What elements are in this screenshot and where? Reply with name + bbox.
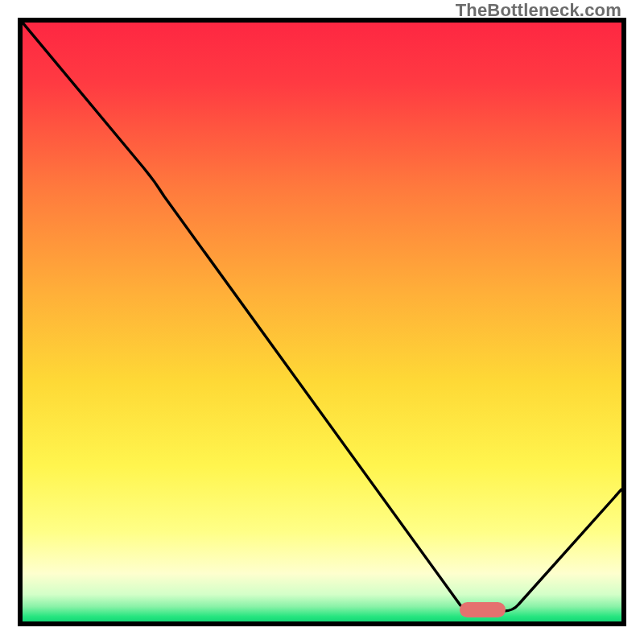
chart-frame xyxy=(18,18,626,626)
optimal-region-marker xyxy=(460,602,506,617)
gradient-background xyxy=(23,23,621,621)
chart-plot xyxy=(23,23,621,621)
